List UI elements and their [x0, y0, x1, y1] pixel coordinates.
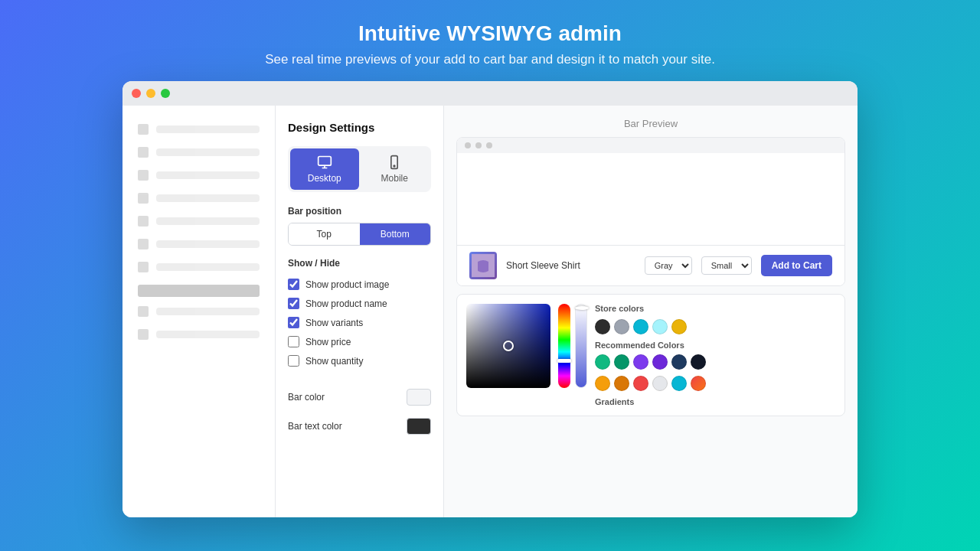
- main-content: Design Settings Desktop Mobile: [276, 106, 858, 517]
- bar-position-label: Bar position: [288, 206, 431, 217]
- color-sliders: [558, 304, 587, 406]
- show-hide-label: Show / Hide: [288, 258, 431, 269]
- bar-position-section: Bar position Top Bottom: [288, 206, 431, 246]
- gradients-title: Gradients: [595, 397, 835, 406]
- svg-rect-0: [318, 157, 331, 166]
- bar-color-label: Bar color: [288, 392, 325, 403]
- tab-mobile-label: Mobile: [381, 173, 408, 184]
- sidebar-item-apps[interactable]: [122, 256, 275, 279]
- show-price-label: Show price: [305, 337, 351, 347]
- sidebar: [122, 106, 276, 517]
- sidebar-item-discounts[interactable]: [122, 233, 275, 256]
- product-image-icon: [472, 254, 495, 277]
- show-hide-section: Show / Hide Show product image Show prod…: [288, 258, 431, 370]
- sidebar-item-label: [156, 308, 260, 315]
- recommended-color-dot[interactable]: [691, 354, 706, 370]
- sidebar-item-orders[interactable]: [122, 141, 275, 164]
- hero-title: Intuitive WYSIWYG admin: [265, 21, 715, 46]
- recommended-color-dot[interactable]: [633, 376, 648, 391]
- bar-text-color-label: Bar text color: [288, 421, 342, 432]
- store-color-dot[interactable]: [633, 319, 648, 334]
- tab-mobile[interactable]: Mobile: [361, 148, 430, 190]
- show-price-checkbox[interactable]: [288, 336, 299, 347]
- sidebar-item-label: [156, 171, 260, 179]
- product-name: Short Sleeve Shirt: [506, 260, 635, 271]
- store-color-dot[interactable]: [595, 319, 610, 334]
- hue-thumb: [557, 359, 571, 363]
- mini-browser-bar: [457, 138, 844, 153]
- sidebar-item-online-store[interactable]: [122, 300, 275, 323]
- color-gradient-box[interactable]: [466, 304, 550, 388]
- recommended-color-dot[interactable]: [595, 354, 610, 370]
- store-color-dots: [595, 319, 835, 334]
- sidebar-item-products[interactable]: [122, 164, 275, 187]
- sidebar-item-home[interactable]: [122, 118, 275, 141]
- sidebar-section-label: [138, 285, 260, 297]
- show-variants-checkbox[interactable]: [288, 317, 299, 328]
- design-settings-panel: Design Settings Desktop Mobile: [276, 106, 444, 517]
- mini-dot-3: [486, 142, 492, 148]
- show-product-image-checkbox[interactable]: [288, 279, 299, 290]
- recommended-color-dot[interactable]: [671, 354, 687, 370]
- variant-color-select[interactable]: Gray: [645, 256, 692, 275]
- bar-text-color-swatch[interactable]: [407, 418, 431, 435]
- bar-text-color-row: Bar text color: [288, 412, 431, 441]
- sidebar-item-label: [156, 263, 260, 271]
- orders-icon: [138, 147, 149, 158]
- gradient-thumb: [503, 341, 514, 351]
- store-colors-section: Store colors Recommended Colors: [595, 304, 835, 406]
- sidebar-item-label: [156, 148, 260, 156]
- home-icon: [138, 124, 149, 135]
- tab-desktop[interactable]: Desktop: [290, 148, 359, 190]
- recommended-color-dots-row2: [595, 376, 835, 391]
- products-icon: [138, 170, 149, 181]
- recommended-color-dot[interactable]: [633, 354, 648, 370]
- variant-size-select[interactable]: Small: [701, 256, 752, 275]
- mini-browser-content: [457, 153, 844, 245]
- store-color-dot[interactable]: [652, 319, 668, 334]
- device-tabs: Desktop Mobile: [288, 146, 431, 192]
- customers-icon: [138, 193, 149, 204]
- recommended-color-dot[interactable]: [671, 376, 687, 391]
- opacity-slider[interactable]: [575, 304, 587, 388]
- show-quantity-checkbox[interactable]: [288, 355, 299, 367]
- sidebar-item-label: [156, 331, 260, 338]
- show-product-name-checkbox[interactable]: [288, 298, 299, 309]
- recommended-color-dot[interactable]: [614, 354, 629, 370]
- recommended-color-dot[interactable]: [614, 376, 629, 391]
- position-top-button[interactable]: Top: [289, 223, 360, 245]
- recommended-color-dot[interactable]: [652, 376, 668, 391]
- design-settings-title: Design Settings: [288, 121, 431, 134]
- minimize-dot: [146, 89, 155, 98]
- desktop-icon: [317, 155, 332, 170]
- recommended-color-dot[interactable]: [652, 354, 668, 370]
- preview-label: Bar Preview: [456, 118, 845, 129]
- analytics-icon: [138, 216, 149, 227]
- mobile-icon: [387, 155, 402, 170]
- show-variants-label: Show variants: [305, 318, 363, 328]
- position-bottom-button[interactable]: Bottom: [360, 223, 431, 245]
- recommended-color-dot[interactable]: [691, 376, 706, 391]
- mini-browser: Short Sleeve Shirt Gray Small Add to Car…: [456, 137, 845, 286]
- discounts-icon: [138, 239, 149, 249]
- store-color-dot[interactable]: [671, 319, 687, 334]
- recommended-color-dots-row1: [595, 354, 835, 370]
- pos-icon: [138, 329, 149, 340]
- tab-desktop-label: Desktop: [308, 173, 341, 184]
- sidebar-item-analytics[interactable]: [122, 210, 275, 233]
- bar-color-row: Bar color: [288, 383, 431, 412]
- store-colors-title: Store colors: [595, 304, 835, 313]
- sidebar-item-customers[interactable]: [122, 187, 275, 210]
- bar-color-swatch[interactable]: [407, 389, 431, 406]
- add-to-cart-button[interactable]: Add to Cart: [761, 255, 832, 276]
- window-titlebar: [122, 81, 858, 106]
- app-window: Design Settings Desktop Mobile: [122, 81, 858, 517]
- recommended-color-dot[interactable]: [595, 376, 610, 391]
- sidebar-item-label: [156, 217, 260, 225]
- hue-slider[interactable]: [558, 304, 570, 388]
- sidebar-item-point-of-sale[interactable]: [122, 323, 275, 346]
- store-color-dot[interactable]: [614, 319, 629, 334]
- show-variants-row: Show variants: [288, 313, 431, 332]
- hero-subtitle: See real time previews of your add to ca…: [265, 52, 715, 67]
- apps-icon: [138, 262, 149, 272]
